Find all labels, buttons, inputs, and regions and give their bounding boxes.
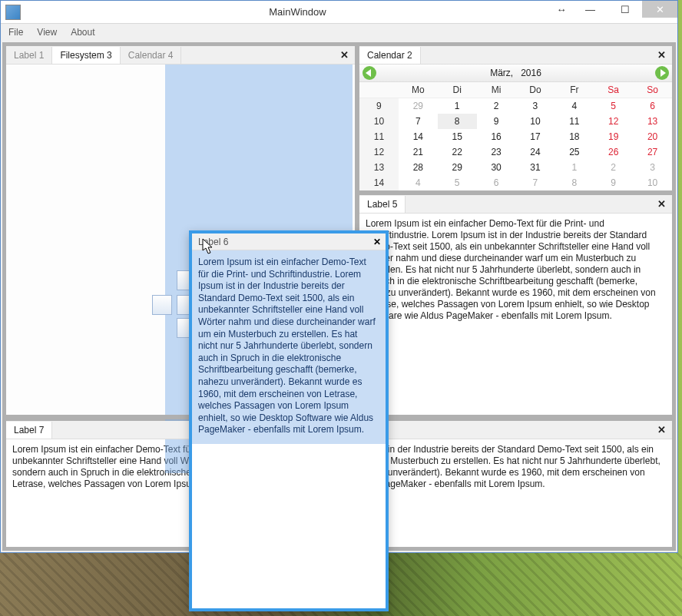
calendar-day[interactable]: 7 bbox=[516, 175, 555, 190]
calendar-dow: Fr bbox=[555, 82, 594, 98]
calendar-day[interactable]: 3 bbox=[516, 98, 555, 114]
calendar-dow: Mi bbox=[477, 82, 516, 98]
calendar-day[interactable]: 30 bbox=[477, 160, 516, 175]
menubar: File View About bbox=[1, 24, 677, 41]
calendar-row: 1078910111213 bbox=[359, 114, 672, 129]
calendar-day[interactable]: 14 bbox=[399, 129, 438, 144]
calendar-day[interactable]: 20 bbox=[633, 129, 672, 144]
calendar-day[interactable]: 7 bbox=[399, 114, 438, 129]
minimize-button[interactable]: — bbox=[573, 1, 608, 18]
calendar-day[interactable]: 22 bbox=[438, 144, 477, 160]
calendar-day[interactable]: 16 bbox=[477, 129, 516, 144]
menu-view[interactable]: View bbox=[37, 27, 57, 38]
calendar-day[interactable]: 11 bbox=[555, 114, 594, 129]
calendar-day[interactable]: 2 bbox=[477, 98, 516, 114]
calendar-day[interactable]: 1 bbox=[555, 160, 594, 175]
calendar-day[interactable]: 12 bbox=[594, 114, 633, 129]
calendar-day[interactable]: 9 bbox=[594, 175, 633, 190]
calendar-dow: Sa bbox=[594, 82, 633, 98]
calendar-day[interactable]: 18 bbox=[555, 129, 594, 144]
calendar-day[interactable]: 6 bbox=[633, 98, 672, 114]
calendar-week-number[interactable]: 14 bbox=[359, 175, 399, 190]
window-controls: ↔ — ☐ ✕ bbox=[550, 1, 677, 18]
calendar-pane-close[interactable]: ✕ bbox=[651, 49, 672, 61]
floating-panel-header[interactable]: Label 6 ✕ bbox=[192, 233, 386, 250]
calendar-row: 929123456 bbox=[359, 98, 672, 114]
calendar-day[interactable]: 10 bbox=[516, 114, 555, 129]
calendar-day[interactable]: 13 bbox=[633, 114, 672, 129]
calendar-next-icon[interactable] bbox=[655, 66, 669, 80]
tab-label-7[interactable]: Label 7 bbox=[6, 422, 52, 439]
calendar-dow: Mo bbox=[399, 82, 438, 98]
label5-text: Lorem Ipsum ist ein einfacher Demo-Text … bbox=[359, 214, 672, 326]
menu-file[interactable]: File bbox=[8, 27, 23, 38]
calendar-week-number[interactable]: 11 bbox=[359, 129, 399, 144]
tab-label-5[interactable]: Label 5 bbox=[359, 196, 406, 213]
calendar-day[interactable]: 5 bbox=[438, 175, 477, 190]
calendar-row: 1221222324252627 bbox=[359, 144, 672, 160]
mouse-cursor-icon bbox=[202, 238, 214, 255]
calendar-prev-icon[interactable] bbox=[363, 66, 376, 80]
calendar-day[interactable]: 25 bbox=[555, 144, 594, 160]
calendar-day[interactable]: 19 bbox=[594, 129, 633, 144]
app-icon bbox=[5, 5, 21, 20]
calendar-day[interactable]: 17 bbox=[516, 129, 555, 144]
tab-label-1[interactable]: Label 1 bbox=[6, 47, 52, 64]
calendar-day[interactable]: 8 bbox=[555, 175, 594, 190]
calendar-month: März, bbox=[490, 68, 513, 78]
calendar-day[interactable]: 1 bbox=[438, 98, 477, 114]
tab-calendar-2[interactable]: Calendar 2 bbox=[359, 47, 421, 64]
calendar-row: 1445678910 bbox=[359, 175, 672, 190]
calendar-day[interactable]: 5 bbox=[594, 98, 633, 114]
calendar-day[interactable]: 10 bbox=[633, 175, 672, 190]
maximize-button[interactable]: ☐ bbox=[608, 1, 642, 18]
calendar-row: 1114151617181920 bbox=[359, 129, 672, 144]
label5-tabstrip: Label 5 ✕ bbox=[359, 195, 672, 214]
calendar-day[interactable]: 27 bbox=[633, 144, 672, 160]
calendar-day[interactable]: 29 bbox=[399, 98, 438, 114]
calendar-title[interactable]: März, 2016 bbox=[376, 68, 655, 78]
calendar-year: 2016 bbox=[521, 68, 541, 78]
calendar-day[interactable]: 26 bbox=[594, 144, 633, 160]
calendar-day[interactable]: 9 bbox=[477, 114, 516, 129]
titlebar[interactable]: MainWindow ↔ — ☐ ✕ bbox=[1, 1, 677, 24]
calendar-day[interactable]: 4 bbox=[399, 175, 438, 190]
dock-left-icon[interactable] bbox=[152, 295, 172, 315]
calendar-day[interactable]: 23 bbox=[477, 144, 516, 160]
left-tabstrip: Label 1 Filesystem 3 Calendar 4 ✕ bbox=[6, 46, 355, 65]
calendar-pane: Calendar 2 ✕ März, 2016 MoDiMiDoFrSa bbox=[357, 42, 676, 193]
menu-about[interactable]: About bbox=[71, 27, 94, 38]
resize-handle-icon[interactable]: ↔ bbox=[550, 1, 573, 18]
calendar-dow: So bbox=[633, 82, 672, 98]
tab-filesystem-3[interactable]: Filesystem 3 bbox=[52, 47, 120, 64]
floating-panel-body: Lorem Ipsum ist ein einfacher Demo-Text … bbox=[192, 250, 386, 608]
calendar-week-number[interactable]: 12 bbox=[359, 144, 399, 160]
calendar-row: 1328293031123 bbox=[359, 160, 672, 175]
left-pane-close[interactable]: ✕ bbox=[334, 49, 355, 61]
calendar-dow: Di bbox=[438, 82, 477, 98]
calendar-day[interactable]: 6 bbox=[477, 175, 516, 190]
calendar-tabstrip: Calendar 2 ✕ bbox=[359, 46, 672, 65]
label5-pane-close[interactable]: ✕ bbox=[651, 198, 672, 210]
calendar-day[interactable]: 31 bbox=[516, 160, 555, 175]
calendar-day[interactable]: 29 bbox=[438, 160, 477, 175]
calendar-day[interactable]: 2 bbox=[594, 160, 633, 175]
calendar-day[interactable]: 21 bbox=[399, 144, 438, 160]
calendar-week-number[interactable]: 13 bbox=[359, 160, 399, 175]
calendar-day[interactable]: 3 bbox=[633, 160, 672, 175]
calendar-week-number[interactable]: 9 bbox=[359, 98, 399, 114]
floating-panel-text: Lorem Ipsum ist ein einfacher Demo-Text … bbox=[198, 257, 379, 436]
label5-pane: Label 5 ✕ Lorem Ipsum ist ein einfacher … bbox=[357, 193, 676, 419]
close-button[interactable]: ✕ bbox=[642, 1, 677, 18]
calendar-day[interactable]: 4 bbox=[555, 98, 594, 114]
calendar-dow: Do bbox=[516, 82, 555, 98]
tab-calendar-4[interactable]: Calendar 4 bbox=[121, 47, 182, 64]
label7-pane-close[interactable]: ✕ bbox=[651, 424, 672, 436]
calendar-day[interactable]: 28 bbox=[399, 160, 438, 175]
calendar-week-number[interactable]: 10 bbox=[359, 114, 399, 129]
floating-panel-close[interactable]: ✕ bbox=[369, 237, 386, 247]
calendar-day[interactable]: 15 bbox=[438, 129, 477, 144]
floating-panel-label6[interactable]: Label 6 ✕ Lorem Ipsum ist ein einfacher … bbox=[189, 230, 389, 611]
calendar-day[interactable]: 24 bbox=[516, 144, 555, 160]
calendar-day[interactable]: 8 bbox=[438, 114, 477, 129]
